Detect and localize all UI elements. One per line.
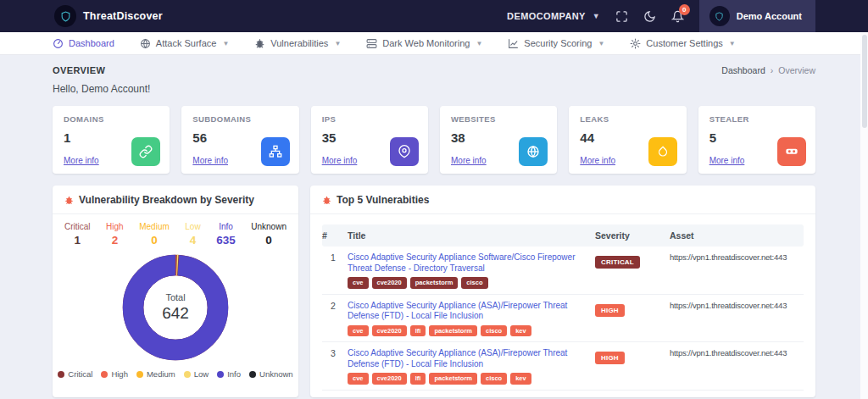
stat-card-websites: WEBSITES 38 More info bbox=[440, 106, 557, 174]
severity-stat-medium: Medium0 bbox=[139, 222, 170, 247]
severity-donut-chart: Total 642 bbox=[120, 252, 231, 363]
more-info-link[interactable]: More info bbox=[709, 156, 745, 165]
breadcrumb-dashboard[interactable]: Dashboard bbox=[721, 65, 765, 75]
asset-text: https://vpn1.threatdiscover.net:443 bbox=[670, 348, 804, 357]
more-info-link[interactable]: More info bbox=[580, 156, 615, 165]
tag-badge: cve2020 bbox=[372, 325, 407, 337]
brand-name: ThreatDiscover bbox=[83, 10, 163, 22]
asset-text: https://vpn1.threatdiscover.net:443 bbox=[670, 301, 804, 310]
account-name: Demo Account bbox=[737, 11, 802, 21]
stat-cards: DOMAINS 1 More info SUBDOMAINS 56 More i… bbox=[53, 106, 815, 174]
globe-icon bbox=[140, 38, 151, 49]
top-vulnerabilities-panel: Top 5 Vulnerabities # Title Severity Ass… bbox=[310, 186, 815, 397]
brand-logo-icon bbox=[54, 5, 76, 27]
donut-total-label: Total bbox=[165, 292, 185, 302]
droplet-icon[interactable] bbox=[648, 137, 677, 166]
severity-stat-critical: Critical1 bbox=[64, 222, 91, 247]
legend-dot-high bbox=[101, 371, 108, 378]
asset-text: https://vpn1.threatdiscover.net:443 bbox=[670, 252, 804, 262]
table-row: 4 Mismatched SSL Certificate ssl LOW onl… bbox=[322, 391, 804, 398]
menu-item-security-scoring[interactable]: Security Scoring▼ bbox=[508, 38, 604, 49]
chevron-down-icon: ▼ bbox=[222, 40, 229, 47]
chevron-down-icon: ▼ bbox=[598, 40, 604, 47]
dark-mode-moon-icon[interactable] bbox=[643, 10, 656, 23]
account-menu[interactable]: Demo Account bbox=[699, 0, 815, 32]
breadcrumb-separator: › bbox=[771, 65, 774, 75]
breadcrumb-overview: Overview bbox=[778, 65, 815, 75]
stat-card-stealer: STEALER 5 More info bbox=[698, 106, 815, 174]
vulnerability-link[interactable]: Mismatched SSL Certificate bbox=[348, 396, 587, 398]
notifications-bell-icon[interactable]: 0 bbox=[671, 10, 684, 23]
mask-icon[interactable] bbox=[777, 137, 806, 166]
tag-badge: cve2020 bbox=[372, 277, 407, 289]
scrollbar[interactable] bbox=[860, 32, 868, 399]
table-row: 2 Cisco Adaptive Security Appliance (ASA… bbox=[322, 295, 804, 343]
legend-dot-low bbox=[184, 371, 191, 378]
legend-dot-unknown bbox=[249, 371, 256, 378]
avatar bbox=[709, 6, 730, 26]
vulnerability-link[interactable]: Cisco Adaptive Security Appliance (ASA)/… bbox=[348, 348, 587, 369]
brand[interactable]: ThreatDiscover bbox=[54, 5, 163, 27]
more-info-link[interactable]: More info bbox=[64, 156, 99, 165]
menu-item-dark-web-monitoring[interactable]: Dark Web Monitoring▼ bbox=[366, 38, 482, 49]
globe-icon[interactable] bbox=[519, 137, 548, 166]
top-navbar: ThreatDiscover DEMOCOMPANY ▼ 0 Demo Acco… bbox=[0, 0, 868, 32]
sitemap-icon[interactable] bbox=[261, 137, 290, 166]
severity-badge: HIGH bbox=[595, 304, 625, 317]
notification-badge: 0 bbox=[679, 4, 690, 15]
severity-stat-high: High2 bbox=[106, 222, 124, 247]
tag-badge: lfi bbox=[410, 325, 426, 337]
tag-badge: cve bbox=[348, 325, 369, 337]
server-icon bbox=[366, 38, 377, 49]
tag-badge: packetstorm bbox=[429, 325, 477, 337]
vuln-panel-title: Top 5 Vulnerabities bbox=[337, 194, 429, 206]
more-info-link[interactable]: More info bbox=[451, 156, 487, 165]
chart-legend: Critical High Medium Low Info Unknown bbox=[53, 369, 298, 379]
tag-badge: cve bbox=[348, 277, 369, 289]
donut-total-value: 642 bbox=[162, 304, 189, 323]
fullscreen-icon[interactable] bbox=[615, 10, 628, 23]
tag-badge: cisco bbox=[481, 373, 507, 385]
main-menu: Dashboard Attack Surface▼ Vulnerabilitie… bbox=[0, 32, 868, 55]
legend-dot-critical bbox=[58, 371, 64, 378]
severity-stats: Critical1 High2 Medium0 Low4 Info635 Unk… bbox=[53, 214, 298, 250]
tag-badge: cisco bbox=[481, 325, 507, 337]
map-pin-icon[interactable] bbox=[390, 137, 419, 166]
breadcrumb: Dashboard › Overview bbox=[721, 65, 815, 75]
vulnerability-link[interactable]: Cisco Adaptive Security Appliance (ASA)/… bbox=[348, 301, 587, 322]
vulnerabilities-table: # Title Severity Asset 1 Cisco Adaptive … bbox=[322, 224, 804, 397]
stat-card-domains: DOMAINS 1 More info bbox=[53, 106, 170, 174]
chevron-down-icon: ▼ bbox=[334, 40, 341, 47]
greeting-text: Hello, Demo Account! bbox=[53, 83, 815, 95]
tag-badge: packetstorm bbox=[429, 373, 477, 385]
chevron-down-icon: ▼ bbox=[476, 40, 482, 47]
page-title: OVERVIEW bbox=[53, 65, 105, 75]
caret-down-icon[interactable]: ▼ bbox=[593, 12, 600, 20]
gauge-icon bbox=[53, 38, 64, 49]
tag-badge: kev bbox=[510, 325, 531, 337]
bug-icon bbox=[254, 38, 265, 49]
stat-card-ips: IPS 35 More info bbox=[311, 106, 428, 174]
menu-item-attack-surface[interactable]: Attack Surface▼ bbox=[140, 38, 229, 49]
tag-badge: cisco bbox=[461, 277, 487, 289]
menu-item-vulnerabilities[interactable]: Vulnerabilities▼ bbox=[254, 38, 341, 49]
bug-icon bbox=[322, 196, 331, 205]
company-selector[interactable]: DEMOCOMPANY bbox=[507, 11, 586, 21]
chevron-down-icon: ▼ bbox=[729, 40, 736, 47]
gear-icon bbox=[630, 38, 641, 49]
more-info-link[interactable]: More info bbox=[192, 156, 228, 165]
more-info-link[interactable]: More info bbox=[322, 156, 358, 165]
tag-badge: packetstorm bbox=[410, 277, 459, 289]
legend-dot-medium bbox=[136, 371, 143, 378]
scrollbar-thumb[interactable] bbox=[862, 35, 867, 128]
vulnerability-link[interactable]: Cisco Adaptive Security Appliance Softwa… bbox=[348, 252, 587, 274]
menu-item-customer-settings[interactable]: Customer Settings▼ bbox=[630, 38, 735, 49]
stat-card-leaks: LEAKS 44 More info bbox=[569, 106, 686, 174]
asset-text: onlinetreffpunkt.threatdiscover.net bbox=[670, 396, 804, 398]
link-icon[interactable] bbox=[131, 137, 160, 166]
severity-stat-low: Low4 bbox=[185, 222, 200, 247]
severity-stat-info: Info635 bbox=[216, 222, 236, 247]
chart-icon bbox=[508, 38, 519, 49]
menu-item-dashboard[interactable]: Dashboard bbox=[53, 38, 114, 49]
legend-dot-info bbox=[217, 371, 224, 378]
